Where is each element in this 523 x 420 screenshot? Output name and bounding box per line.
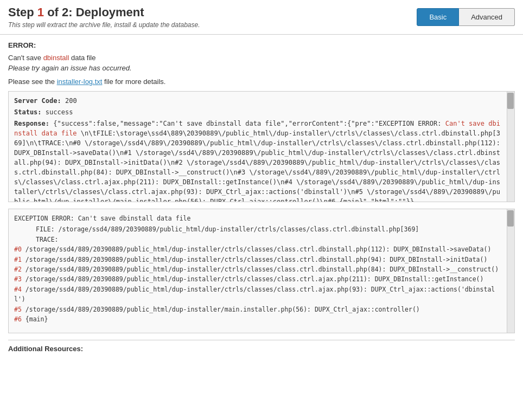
title-suffix: of 2: Deployment	[44, 5, 144, 19]
log-text-5: /storage/ssd4/889/20390889/public_html/d…	[25, 306, 420, 313]
step-number: 1	[37, 5, 44, 19]
hash-num-6: #6	[14, 315, 25, 323]
see-suffix: file for more details.	[102, 77, 165, 86]
page-title: Step 1 of 2: Deployment	[8, 5, 200, 20]
basic-button[interactable]: Basic	[417, 8, 459, 26]
error-message: Can't save dbinstall data file	[8, 54, 515, 62]
hash-num-4: #4	[14, 286, 25, 293]
scrollbar-thumb[interactable]	[507, 93, 514, 109]
log-exception-text: EXCEPTION ERROR: Can't save dbinstall da…	[14, 215, 190, 222]
log-exception-header: EXCEPTION ERROR: Can't save dbinstall da…	[14, 214, 503, 223]
status-line: Status: success	[14, 107, 503, 117]
server-code-val: 200	[65, 97, 77, 105]
log-file-label: FILE:	[36, 225, 55, 233]
log-line-6: #6 {main}	[14, 314, 503, 324]
server-code-line: Server Code: 200	[14, 96, 503, 106]
log-text-3: /storage/ssd4/889/20390889/public_html/d…	[25, 275, 484, 283]
installer-log-link[interactable]: installer-log.txt	[57, 77, 103, 86]
log-text-4: /storage/ssd4/889/20390889/public_html/d…	[14, 286, 495, 303]
log-scrollbar[interactable]	[507, 209, 514, 333]
server-code-label: Server Code:	[14, 97, 61, 105]
dbinstall-link[interactable]: dbinstall	[43, 54, 69, 62]
hash-num-0: #0	[14, 245, 25, 253]
log-file-val: /storage/ssd4/889/20390889/public_html/d…	[59, 225, 419, 233]
error-label: ERROR:	[8, 41, 515, 49]
log-text-2: /storage/ssd4/889/20390889/public_html/d…	[25, 266, 499, 273]
additional-resources-heading: Additional Resources:	[8, 340, 515, 353]
page-subtitle: This step will extract the archive file,…	[8, 21, 200, 29]
server-response-box[interactable]: Server Code: 200 Status: success Respons…	[8, 91, 515, 202]
response-line: Response: {"success":false,"message":"Ca…	[14, 119, 503, 202]
log-file-line: FILE: /storage/ssd4/889/20390889/public_…	[14, 224, 503, 234]
log-box[interactable]: EXCEPTION ERROR: Can't save dbinstall da…	[8, 209, 515, 333]
status-val: success	[46, 108, 73, 116]
log-text-1: /storage/ssd4/889/20390889/public_html/d…	[25, 256, 488, 263]
hash-num-2: #2	[14, 266, 25, 273]
log-reference-line: Please see the installer-log.txt file fo…	[8, 77, 515, 86]
status-label: Status:	[14, 108, 42, 116]
hash-num-3: #3	[14, 275, 25, 283]
title-section: Step 1 of 2: Deployment This step will e…	[8, 5, 200, 29]
log-line-5: #5 /storage/ssd4/889/20390889/public_htm…	[14, 305, 503, 314]
main-content: ERROR: Can't save dbinstall data file Pl…	[0, 35, 523, 359]
log-line-3: #3 /storage/ssd4/889/20390889/public_htm…	[14, 274, 503, 284]
hash-num-1: #1	[14, 256, 25, 263]
log-trace-label: TRACE:	[14, 235, 503, 244]
advanced-button[interactable]: Advanced	[459, 8, 515, 26]
scrollbar[interactable]	[507, 92, 514, 202]
response-label: Response:	[14, 120, 49, 127]
title-prefix: Step	[8, 5, 37, 19]
view-toggle: Basic Advanced	[417, 8, 515, 26]
error-italic-msg: Please try again an issue has occurred.	[8, 64, 515, 72]
log-line-1: #1 /storage/ssd4/889/20390889/public_htm…	[14, 255, 503, 264]
log-line-4: #4 /storage/ssd4/889/20390889/public_htm…	[14, 285, 503, 305]
log-line-2: #2 /storage/ssd4/889/20390889/public_htm…	[14, 264, 503, 274]
see-text: Please see the	[8, 77, 57, 86]
log-line-0: #0 /storage/ssd4/889/20390889/public_htm…	[14, 244, 503, 254]
log-text-0: /storage/ssd4/889/20390889/public_html/d…	[25, 245, 492, 253]
log-trace-text: TRACE:	[36, 236, 59, 243]
hash-num-5: #5	[14, 306, 25, 313]
log-text-6: {main}	[25, 315, 48, 323]
response-val: {"success":false,"message":"Can't save d…	[14, 120, 500, 202]
log-scrollbar-thumb[interactable]	[507, 210, 514, 227]
top-bar: Step 1 of 2: Deployment This step will e…	[0, 0, 523, 35]
